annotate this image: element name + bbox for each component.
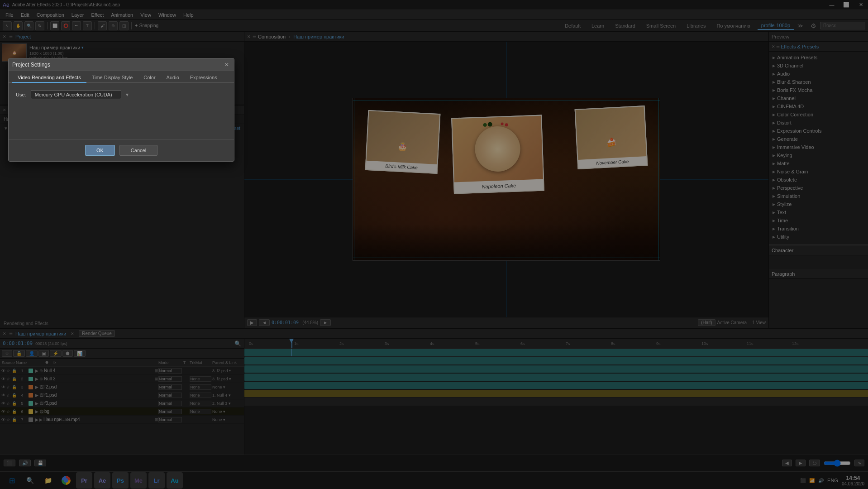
dialog-tab-audio[interactable]: Audio xyxy=(161,73,185,83)
dialog-ok-button[interactable]: OK xyxy=(85,145,115,156)
project-settings-dialog: Project Settings ✕ Video Rendering and E… xyxy=(8,58,234,162)
dialog-tab-rendering[interactable]: Video Rendering and Effects xyxy=(12,73,86,83)
dialog-tabs: Video Rendering and Effects Time Display… xyxy=(9,71,234,83)
dialog-use-select[interactable]: Mercury GPU Acceleration (CUDA) Mercury … xyxy=(31,90,121,99)
dialog-cancel-button[interactable]: Cancel xyxy=(119,145,157,156)
dialog-body: Use: Mercury GPU Acceleration (CUDA) Mer… xyxy=(9,83,234,112)
dialog-titlebar: Project Settings ✕ xyxy=(9,58,234,71)
dialog-use-row: Use: Mercury GPU Acceleration (CUDA) Mer… xyxy=(16,90,227,99)
dialog-overlay: Project Settings ✕ Video Rendering and E… xyxy=(0,0,868,489)
dialog-close-button[interactable]: ✕ xyxy=(223,61,230,68)
dialog-title: Project Settings xyxy=(12,62,223,68)
dialog-use-label: Use: xyxy=(16,92,26,97)
dialog-spacer xyxy=(9,112,234,139)
dialog-tab-color[interactable]: Color xyxy=(138,73,161,83)
dialog-tab-time-display[interactable]: Time Display Style xyxy=(86,73,138,83)
dialog-tab-expressions[interactable]: Expressions xyxy=(185,73,223,83)
select-chevron-icon: ▾ xyxy=(126,91,129,98)
dialog-footer: OK Cancel xyxy=(9,139,234,161)
